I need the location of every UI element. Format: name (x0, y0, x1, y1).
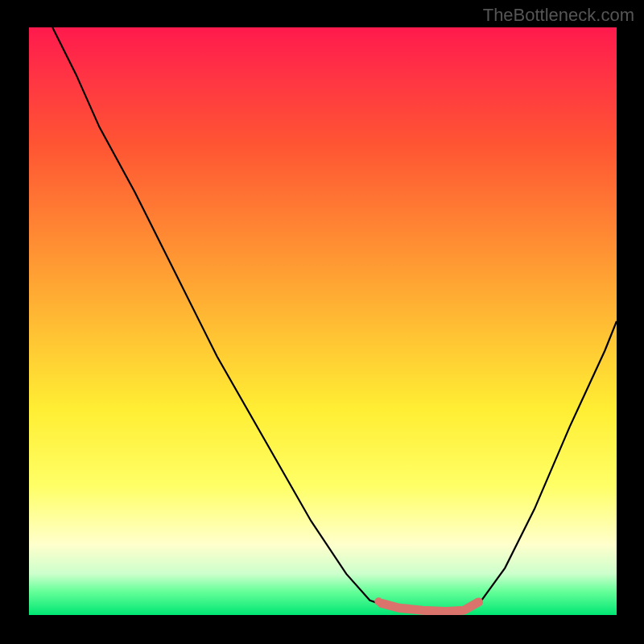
plot-area (29, 27, 617, 615)
curve-svg (29, 27, 617, 615)
chart-container: TheBottleneck.com (0, 0, 644, 644)
watermark-text: TheBottleneck.com (483, 5, 634, 26)
highlight-region (382, 602, 479, 612)
bottleneck-curve (52, 27, 617, 612)
curve-marker (374, 597, 382, 605)
